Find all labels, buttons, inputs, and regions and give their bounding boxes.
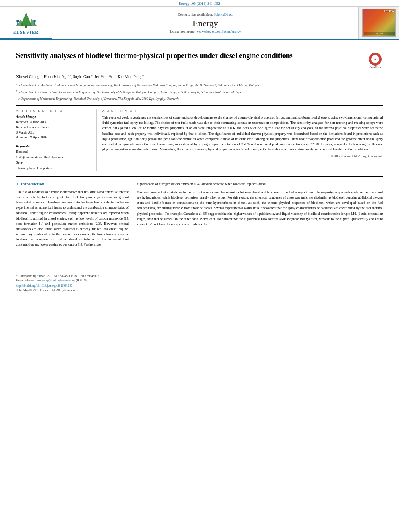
journal-header: ELSEVIER Contents lists available at Sci… [0, 7, 399, 40]
elsevier-logo: ELSEVIER [0, 7, 52, 39]
history-revised-label: Received in revised form [16, 125, 90, 130]
svg-point-7 [33, 20, 36, 22]
elsevier-branding: ELSEVIER [12, 11, 40, 35]
intro-right-column: higher levels of nitrogen oxides emissio… [137, 181, 383, 293]
affiliation-a: a a Department of Mechanical, Materials … [16, 82, 383, 88]
contents-available: Contents lists available at ScienceDirec… [178, 12, 233, 16]
email-link[interactable]: hoankia.ng@nottingham.edu.my [36, 279, 75, 282]
doi-link[interactable]: http://dx.doi.org/10.1016/j.energy.2016.… [16, 284, 72, 288]
article-info-heading: A R T I C L E I N F O [16, 109, 90, 113]
authors-line: Xinwei Cheng a, Hoon Kiat Ng a,*, Suyin … [16, 74, 383, 79]
intro-text-right: higher levels of nitrogen oxides emissio… [137, 181, 383, 227]
keyword-3: Spray [16, 160, 90, 166]
section-title: 1. Introduction [16, 181, 129, 186]
footnote-email: E-mail address: hoankia.ng@nottingham.ed… [16, 278, 129, 283]
history-received: Received 30 June 2015 [16, 120, 90, 125]
sciencedirect-link[interactable]: ScienceDirect [214, 12, 233, 16]
abstract-heading: A B S T R A C T [102, 109, 383, 113]
crossmark-label: CrossMark [369, 66, 381, 69]
history-label: Article history: [16, 115, 90, 119]
journal-citation: Energy 109 (2016) 341–352 [0, 0, 399, 7]
elsevier-wordmark: ELSEVIER [13, 30, 39, 35]
journal-title: Energy [193, 18, 218, 29]
history-accepted: Accepted 24 April 2016 [16, 135, 90, 140]
abstract-text: This reported work investigates the sens… [102, 115, 383, 152]
footnotes: * Corresponding author. Tel.: +60 3 8924… [16, 272, 129, 293]
keyword-2: CFD (Computational fluid dynamics) [16, 155, 90, 160]
intro-left-column: 1. Introduction The rise of biodiesel as… [16, 181, 129, 293]
abstract-column: A B S T R A C T This reported work inves… [97, 109, 383, 171]
article-title: Sensitivity analyses of biodiesel thermo… [16, 51, 368, 60]
article-title-row: Sensitivity analyses of biodiesel thermo… [16, 51, 383, 69]
keywords-label: Keywords: [16, 144, 90, 148]
journal-cover-image: ENERGY 109 | 2016 [362, 9, 396, 37]
svg-marker-4 [30, 19, 37, 26]
crossmark-icon: ✓ [369, 53, 382, 66]
svg-point-5 [16, 20, 19, 22]
crossmark-badge: ✓ CrossMark [368, 53, 383, 69]
article-info-column: A R T I C L E I N F O Article history: R… [16, 109, 97, 171]
intro-text-left: The rise of biodiesel as a reliable alte… [16, 189, 129, 248]
footnote-corresponding: * Corresponding author. Tel.: +60 3 8924… [16, 274, 129, 278]
affiliations: a a Department of Mechanical, Materials … [16, 82, 383, 101]
footnote-issn: 0360-5442/© 2016 Elsevier Ltd. All right… [16, 288, 129, 292]
section-divider [16, 176, 383, 177]
journal-cover: ENERGY 109 | 2016 [359, 7, 399, 39]
article-body: Sensitivity analyses of biodiesel thermo… [0, 40, 399, 301]
keywords-list: Biodiesel CFD (Computational fluid dynam… [16, 149, 90, 171]
copyright-line: © 2016 Elsevier Ltd. All rights reserved… [102, 154, 383, 158]
keyword-4: Thermo-physical properties [16, 166, 90, 171]
history-revised-date: 8 March 2016 [16, 130, 90, 136]
homepage-link[interactable]: www.elsevier.com/locate/energy [196, 29, 241, 33]
keyword-1: Biodiesel [16, 149, 90, 155]
journal-info: Contents lists available at ScienceDirec… [52, 7, 359, 39]
homepage-line: journal homepage: www.elsevier.com/locat… [170, 29, 241, 33]
article-history: Article history: Received 30 June 2015 R… [16, 115, 90, 140]
affiliation-b: b b Department of Chemical and Environme… [16, 89, 383, 95]
footnote-doi: http://dx.doi.org/10.1016/j.energy.2016.… [16, 283, 129, 288]
article-info-abstract: A R T I C L E I N F O Article history: R… [16, 105, 383, 171]
citation-text: Energy 109 (2016) 341–352 [179, 2, 220, 6]
affiliation-c: c c Department of Mechanical Engineering… [16, 95, 383, 101]
elsevier-tree-icon [12, 11, 40, 29]
introduction-section: 1. Introduction The rise of biodiesel as… [16, 181, 383, 301]
keywords-section: Keywords: Biodiesel CFD (Computational f… [16, 144, 90, 171]
